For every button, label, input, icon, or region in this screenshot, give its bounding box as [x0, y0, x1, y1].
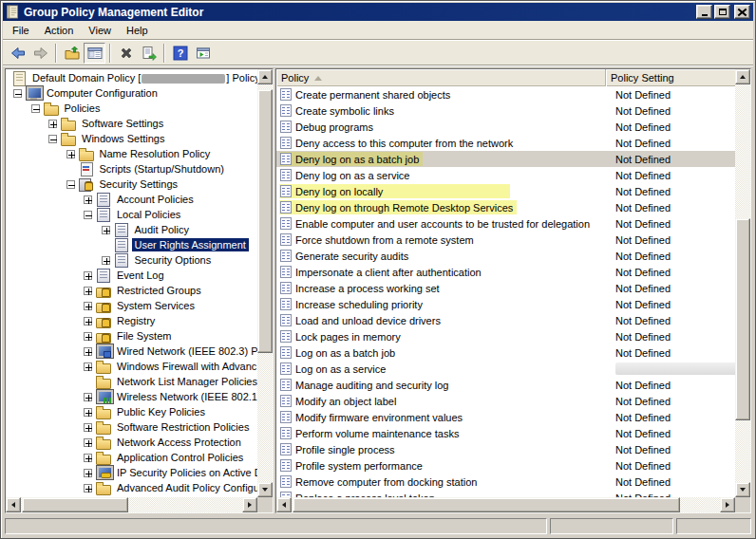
policy-row[interactable]: Perform volume maintenance tasksNot Defi… [276, 425, 735, 441]
tree-item-security-settings[interactable]: Security Settings [6, 177, 257, 192]
tree-item-root-gpo[interactable]: Default Domain Policy [] Policy [6, 70, 257, 85]
policy-row[interactable]: Lock pages in memoryNot Defined [276, 328, 735, 344]
expand-icon[interactable] [84, 332, 92, 341]
tree-item-event-log[interactable]: Event Log [6, 268, 257, 283]
policy-row[interactable]: Profile single processNot Defined [276, 441, 735, 457]
help-button[interactable]: ? [169, 43, 191, 64]
scroll-down-button[interactable] [735, 482, 750, 497]
expand-icon[interactable] [84, 408, 92, 417]
scroll-left-button[interactable] [6, 497, 21, 512]
expand-icon[interactable] [84, 347, 92, 356]
expand-icon[interactable] [84, 438, 92, 447]
tree-item-file-system[interactable]: File System [6, 328, 257, 344]
policy-row[interactable]: Impersonate a client after authenticatio… [276, 264, 735, 280]
scroll-left-button[interactable] [276, 497, 292, 512]
policy-row[interactable]: Profile system performanceNot Defined [276, 457, 735, 474]
show-console-tree-button[interactable] [84, 43, 105, 64]
tree-item-network-list-manager-policies[interactable]: Network List Manager Policies [6, 374, 257, 389]
expand-icon[interactable] [84, 317, 92, 325]
tree-item-user-rights-assignment[interactable]: User Rights Assignment [6, 237, 257, 252]
expand-icon[interactable] [84, 271, 92, 280]
scrollbar-thumb[interactable] [735, 218, 750, 420]
tree-item-account-policies[interactable]: Account Policies [6, 192, 257, 207]
scroll-down-button[interactable] [257, 482, 273, 497]
column-header-policy[interactable]: Policy [276, 69, 606, 86]
menu-action[interactable]: Action [37, 23, 82, 38]
policy-row[interactable]: Increase a process working setNot Define… [276, 280, 735, 296]
tree-item-policies[interactable]: Policies [6, 101, 257, 116]
menu-view[interactable]: View [81, 23, 119, 38]
tree-item-restricted-groups[interactable]: Restricted Groups [6, 283, 257, 298]
tree-item-wireless-network-ieee-802-1[interactable]: Wireless Network (IEEE 802.1 [6, 389, 257, 404]
minimize-button[interactable] [696, 5, 712, 19]
policy-row[interactable]: Create permanent shared objectsNot Defin… [276, 86, 735, 102]
expand-icon[interactable] [84, 195, 92, 204]
policy-row[interactable]: Modify firmware environment valuesNot De… [276, 409, 735, 425]
collapse-icon[interactable] [31, 104, 40, 113]
maximize-button[interactable] [714, 5, 730, 19]
expand-icon[interactable] [102, 226, 110, 234]
tree-horizontal-scrollbar[interactable] [6, 497, 257, 512]
tree-item-wired-network-ieee-802-3-p[interactable]: Wired Network (IEEE 802.3) P [6, 344, 257, 359]
scroll-right-button[interactable] [242, 497, 257, 512]
policy-row[interactable]: Generate security auditsNot Defined [276, 248, 735, 264]
tree-item-public-key-policies[interactable]: Public Key Policies [6, 404, 257, 419]
tree-item-application-control-policies[interactable]: Application Control Policies [6, 450, 257, 465]
tree-item-network-access-protection[interactable]: Network Access Protection [6, 435, 257, 450]
policy-row[interactable]: Enable computer and user accounts to be … [276, 215, 735, 232]
policy-row[interactable]: Log on as a service [276, 361, 735, 377]
expand-icon[interactable] [84, 302, 92, 310]
menu-file[interactable]: File [5, 23, 37, 38]
expand-icon[interactable] [84, 454, 92, 462]
policy-row[interactable]: Replace a process level tokenNot Defined [276, 490, 735, 497]
list-horizontal-scrollbar[interactable] [276, 497, 735, 512]
tree-item-registry[interactable]: Registry [6, 313, 257, 328]
column-header-policy-setting[interactable]: Policy Setting [606, 69, 735, 86]
policy-row[interactable]: Log on as a batch jobNot Defined [276, 344, 735, 361]
expand-icon[interactable] [48, 120, 57, 128]
expand-icon[interactable] [84, 423, 92, 432]
policy-row[interactable]: Load and unload device driversNot Define… [276, 312, 735, 328]
policy-row[interactable]: Deny log on locallyNot Defined [276, 183, 735, 199]
expand-icon[interactable] [66, 150, 75, 158]
tree-item-windows-firewall-with-advanc[interactable]: Windows Firewall with Advanc [6, 359, 257, 374]
scroll-up-button[interactable] [257, 69, 273, 84]
tree-item-software-settings[interactable]: Software Settings [6, 116, 257, 131]
tree-item-local-policies[interactable]: Local Policies [6, 207, 257, 222]
collapse-icon[interactable] [66, 180, 75, 189]
expand-icon[interactable] [84, 393, 92, 401]
scrollbar-thumb[interactable] [257, 89, 273, 353]
tree-vertical-scrollbar[interactable] [257, 69, 273, 497]
expand-icon[interactable] [84, 484, 92, 493]
tree-item-name-resolution-policy[interactable]: Name Resolution Policy [6, 146, 257, 161]
expand-icon[interactable] [84, 469, 92, 477]
expand-icon[interactable] [102, 256, 110, 265]
back-button[interactable] [7, 43, 28, 64]
policy-row[interactable]: Deny log on as a serviceNot Defined [276, 167, 735, 183]
menu-help[interactable]: Help [119, 23, 156, 38]
policy-row[interactable]: Force shutdown from a remote systemNot D… [276, 232, 735, 248]
scroll-up-button[interactable] [735, 69, 750, 84]
collapse-icon[interactable] [13, 89, 22, 98]
tree-item-computer-configuration[interactable]: Computer Configuration [6, 85, 257, 101]
tree-item-security-options[interactable]: Security Options [6, 252, 257, 268]
tree-item-scripts-startup-shutdown[interactable]: Scripts (Startup/Shutdown) [6, 161, 257, 177]
delete-button[interactable] [115, 43, 137, 64]
policy-row[interactable]: Deny log on as a batch jobNot Defined [276, 151, 735, 167]
policy-row[interactable]: Remove computer from docking stationNot … [276, 474, 735, 490]
show-window-button[interactable] [192, 43, 214, 64]
up-one-level-button[interactable] [61, 43, 83, 64]
scrollbar-thumb[interactable] [22, 497, 128, 512]
collapse-icon[interactable] [84, 211, 92, 219]
policy-row[interactable]: Deny access to this computer from the ne… [276, 135, 735, 151]
scrollbar-thumb[interactable] [293, 497, 680, 512]
policy-row[interactable]: Debug programsNot Defined [276, 119, 735, 135]
export-list-button[interactable] [138, 43, 160, 64]
expand-icon[interactable] [84, 287, 92, 295]
policy-row[interactable]: Deny log on through Remote Desktop Servi… [276, 199, 735, 215]
scroll-right-button[interactable] [720, 497, 735, 512]
tree-item-windows-settings[interactable]: Windows Settings [6, 131, 257, 146]
policy-row[interactable]: Increase scheduling priorityNot Defined [276, 296, 735, 312]
collapse-icon[interactable] [48, 135, 57, 143]
policy-row[interactable]: Create symbolic linksNot Defined [276, 102, 735, 119]
